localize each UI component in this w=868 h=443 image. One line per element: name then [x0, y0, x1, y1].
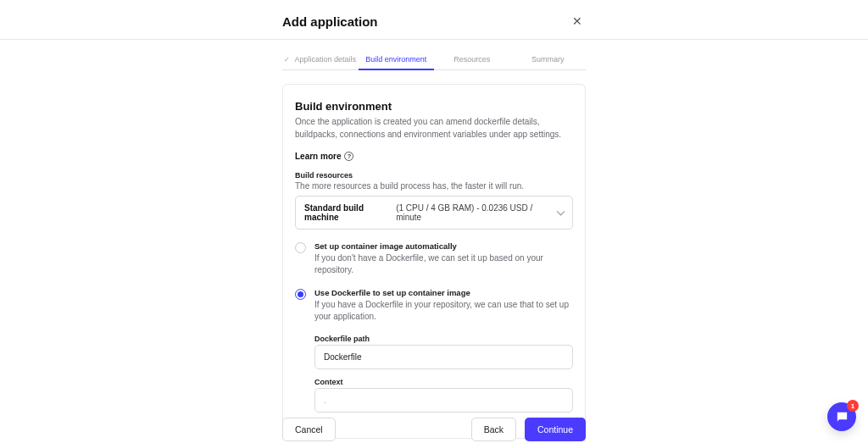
- chevron-down-icon: [557, 208, 565, 216]
- close-icon: ✕: [572, 14, 582, 28]
- select-value-detail: (1 CPU / 4 GB RAM) - 0.0236 USD / minute: [396, 203, 548, 222]
- build-resources-field: Build resources The more resources a bui…: [295, 171, 573, 230]
- check-icon: ✓: [284, 56, 290, 64]
- radio-dockerfile-setup[interactable]: [295, 289, 306, 300]
- dockerfile-path-input[interactable]: [314, 345, 573, 369]
- step-label: Resources: [453, 55, 490, 64]
- close-button[interactable]: ✕: [569, 12, 586, 30]
- step-build-environment[interactable]: Build environment: [359, 50, 435, 69]
- continue-button[interactable]: Continue: [525, 418, 586, 441]
- step-summary[interactable]: Summary: [510, 50, 587, 69]
- radio-dockerfile-title: Use Dockerfile to set up container image: [314, 288, 573, 297]
- help-icon: ?: [344, 152, 353, 161]
- build-machine-select[interactable]: Standard build machine (1 CPU / 4 GB RAM…: [295, 196, 573, 230]
- dockerfile-path-label: Dockerfile path: [314, 335, 573, 343]
- step-label: Summary: [531, 55, 565, 64]
- chat-widget[interactable]: 1: [827, 402, 856, 431]
- select-value-name: Standard build machine: [304, 203, 393, 222]
- learn-more-label: Learn more: [295, 152, 341, 161]
- radio-auto-setup[interactable]: [295, 242, 306, 253]
- back-button[interactable]: Back: [471, 418, 516, 441]
- step-resources[interactable]: Resources: [434, 50, 510, 69]
- chat-badge: 1: [847, 400, 859, 412]
- step-label: Application details: [294, 55, 356, 64]
- build-resources-desc: The more resources a build process has, …: [295, 181, 573, 191]
- learn-more-link[interactable]: Learn more ?: [295, 152, 353, 161]
- context-input[interactable]: [314, 388, 573, 413]
- modal-title: Add application: [282, 14, 378, 29]
- radio-auto-desc: If you don't have a Dockerfile, we can s…: [314, 252, 573, 276]
- context-label: Context: [314, 378, 573, 386]
- build-env-card: Build environment Once the application i…: [282, 84, 586, 439]
- step-application-details[interactable]: ✓ Application details: [282, 50, 359, 69]
- chat-icon: [835, 410, 849, 424]
- wizard-steps: ✓ Application details Build environment …: [282, 50, 586, 70]
- radio-auto-title: Set up container image automatically: [314, 241, 573, 251]
- header-divider: [0, 39, 868, 40]
- radio-dockerfile-desc: If you have a Dockerfile in your reposit…: [314, 299, 573, 323]
- section-title: Build environment: [295, 100, 573, 113]
- build-resources-label: Build resources: [295, 171, 573, 180]
- container-setup-radio-group: Set up container image automatically If …: [295, 241, 573, 413]
- section-desc: Once the application is created you can …: [295, 116, 573, 141]
- cancel-button[interactable]: Cancel: [282, 418, 336, 441]
- wizard-footer: Cancel Back Continue: [282, 415, 586, 443]
- step-label: Build environment: [365, 55, 426, 64]
